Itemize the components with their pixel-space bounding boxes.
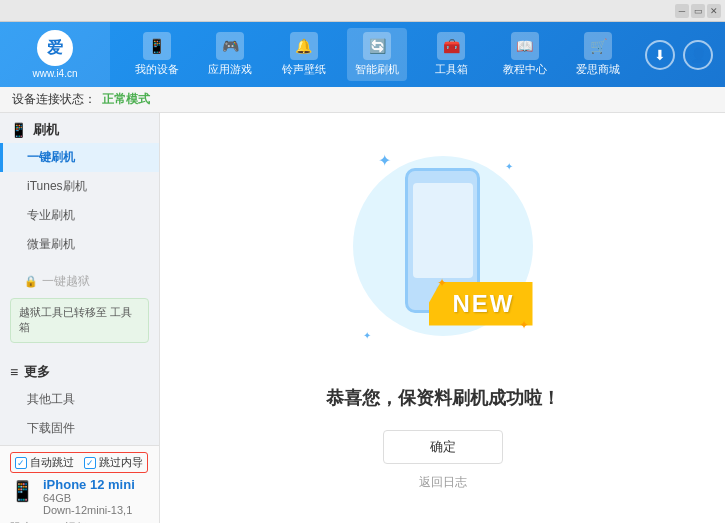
sidebar-item-micro-flash[interactable]: 微量刷机 xyxy=(0,230,159,259)
auto-skip-checkbox[interactable]: ✓ xyxy=(15,457,27,469)
main-wrapper: 设备连接状态： 正常模式 📱 刷机 一键刷机 iTunes刷机 专业刷机 xyxy=(0,87,725,523)
sidebar-section-jailbreak: 🔒 一键越狱 xyxy=(0,267,159,294)
device-phone-icon: 📱 xyxy=(10,479,35,503)
nav-smart-flash-label: 智能刷机 xyxy=(355,62,399,77)
content-area: ✦ ✦ ✦ NEW ✦ ✦ 恭喜您，保资料刷机成功啦！ xyxy=(160,113,725,523)
nav-smart-flash[interactable]: 🔄 智能刷机 xyxy=(347,28,407,81)
confirm-button[interactable]: 确定 xyxy=(383,430,503,464)
sparkle-1: ✦ xyxy=(378,151,391,170)
sidebar-item-other-tools[interactable]: 其他工具 xyxy=(0,385,159,414)
logo-area: 爱 www.i4.cn xyxy=(0,22,110,87)
nav-ringtone-label: 铃声壁纸 xyxy=(282,62,326,77)
ringtone-icon: 🔔 xyxy=(290,32,318,60)
my-device-icon: 📱 xyxy=(143,32,171,60)
sidebar-item-one-key-flash[interactable]: 一键刷机 xyxy=(0,143,159,172)
nav-my-device-label: 我的设备 xyxy=(135,62,179,77)
header: 爱 www.i4.cn 📱 我的设备 🎮 应用游戏 🔔 铃声壁纸 🔄 智能刷机 … xyxy=(0,22,725,87)
flash-section-title: 刷机 xyxy=(33,121,59,139)
device-details: iPhone 12 mini 64GB Down-12mini-13,1 xyxy=(43,477,135,516)
title-bar: ─ ▭ ✕ xyxy=(0,0,725,22)
checkbox-skip-guide[interactable]: ✓ 跳过内导 xyxy=(84,455,143,470)
nav-my-device[interactable]: 📱 我的设备 xyxy=(127,28,187,81)
tutorial-icon: 📖 xyxy=(511,32,539,60)
logo-icon: 爱 xyxy=(37,30,73,66)
new-ribbon: NEW ✦ ✦ xyxy=(429,282,533,326)
sidebar-section-more: ≡ 更多 xyxy=(0,355,159,385)
more-section-icon: ≡ xyxy=(10,364,18,380)
nav-apps-games-label: 应用游戏 xyxy=(208,62,252,77)
header-right: ⬇ 👤 xyxy=(645,40,725,70)
checkbox-row: ✓ 自动跳过 ✓ 跳过内导 xyxy=(0,446,159,473)
logo-text: www.i4.cn xyxy=(32,68,77,79)
nav-toolbox-label: 工具箱 xyxy=(435,62,468,77)
nav-items: 📱 我的设备 🎮 应用游戏 🔔 铃声壁纸 🔄 智能刷机 🧰 工具箱 📖 教程中心… xyxy=(110,22,645,87)
conn-status-value: 正常模式 xyxy=(102,91,150,108)
device-storage: 64GB xyxy=(43,492,135,504)
skip-guide-label: 跳过内导 xyxy=(99,455,143,470)
info-box-text: 越狱工具已转移至 工具箱 xyxy=(19,306,132,333)
user-button[interactable]: 👤 xyxy=(683,40,713,70)
restore-button[interactable]: ▭ xyxy=(691,4,705,18)
apps-games-icon: 🎮 xyxy=(216,32,244,60)
more-section-title: 更多 xyxy=(24,363,50,381)
close-button[interactable]: ✕ xyxy=(707,4,721,18)
jailbreak-title: 一键越狱 xyxy=(42,273,90,290)
bottom-panel: ✓ 自动跳过 ✓ 跳过内导 📱 iPhone 12 mini 64G xyxy=(0,445,159,523)
nav-toolbox[interactable]: 🧰 工具箱 xyxy=(421,28,481,81)
sidebar-item-itunes-flash[interactable]: iTunes刷机 xyxy=(0,172,159,201)
phone-illustration: ✦ ✦ ✦ NEW ✦ ✦ xyxy=(343,146,543,366)
nav-tutorial-label: 教程中心 xyxy=(503,62,547,77)
nav-tutorial[interactable]: 📖 教程中心 xyxy=(495,28,555,81)
sidebar-section-flash: 📱 刷机 xyxy=(0,113,159,143)
toolbox-icon: 🧰 xyxy=(437,32,465,60)
nav-apps-games[interactable]: 🎮 应用游戏 xyxy=(200,28,260,81)
smart-flash-icon: 🔄 xyxy=(363,32,391,60)
ribbon-star-bottom: ✦ xyxy=(519,318,529,332)
ribbon-star-top: ✦ xyxy=(437,276,447,290)
nav-shop[interactable]: 🛒 爱思商城 xyxy=(568,28,628,81)
checkbox-group: ✓ 自动跳过 ✓ 跳过内导 xyxy=(10,452,148,473)
sidebar-item-download-fw[interactable]: 下载固件 xyxy=(0,414,159,443)
success-message: 恭喜您，保资料刷机成功啦！ xyxy=(326,386,560,410)
device-model: Down-12mini-13,1 xyxy=(43,504,135,516)
nav-shop-label: 爱思商城 xyxy=(576,62,620,77)
checkbox-auto-skip[interactable]: ✓ 自动跳过 xyxy=(15,455,74,470)
shop-icon: 🛒 xyxy=(584,32,612,60)
conn-status-label: 设备连接状态： xyxy=(12,91,96,108)
nav-ringtone[interactable]: 🔔 铃声壁纸 xyxy=(274,28,334,81)
device-name: iPhone 12 mini xyxy=(43,477,135,492)
sidebar: 📱 刷机 一键刷机 iTunes刷机 专业刷机 微量刷机 xyxy=(0,113,160,445)
device-info: 📱 iPhone 12 mini 64GB Down-12mini-13,1 xyxy=(0,473,159,520)
back-home-link[interactable]: 返回日志 xyxy=(419,474,467,491)
sparkle-3: ✦ xyxy=(363,330,371,341)
flash-section-icon: 📱 xyxy=(10,122,27,138)
sparkle-2: ✦ xyxy=(505,161,513,172)
lock-icon: 🔒 xyxy=(24,275,38,288)
minimize-button[interactable]: ─ xyxy=(675,4,689,18)
auto-skip-label: 自动跳过 xyxy=(30,455,74,470)
phone-screen xyxy=(413,183,473,278)
sidebar-info-box: 越狱工具已转移至 工具箱 xyxy=(10,298,149,343)
download-button[interactable]: ⬇ xyxy=(645,40,675,70)
connection-status-bar: 设备连接状态： 正常模式 xyxy=(0,87,725,113)
sidebar-item-pro-flash[interactable]: 专业刷机 xyxy=(0,201,159,230)
skip-guide-checkbox[interactable]: ✓ xyxy=(84,457,96,469)
left-col: 📱 刷机 一键刷机 iTunes刷机 专业刷机 微量刷机 xyxy=(0,113,160,523)
